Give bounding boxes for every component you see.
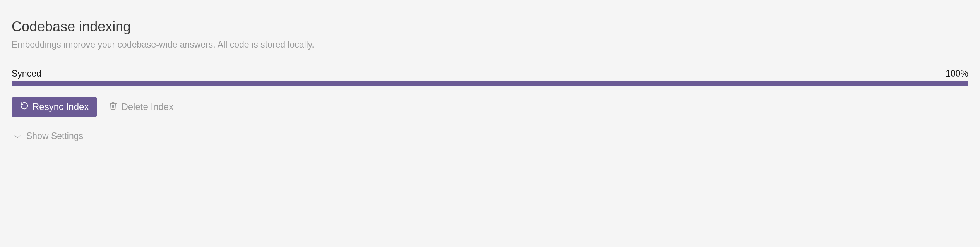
show-settings-toggle[interactable]: Show Settings <box>12 131 83 141</box>
delete-button[interactable]: Delete Index <box>109 101 173 113</box>
resync-button[interactable]: Resync Index <box>12 97 97 117</box>
actions-row: Resync Index Delete Index <box>12 97 968 117</box>
refresh-icon <box>20 101 29 112</box>
progress-bar <box>12 81 968 86</box>
resync-button-label: Resync Index <box>33 101 89 112</box>
page-subtitle: Embeddings improve your codebase-wide an… <box>12 39 968 50</box>
status-percent: 100% <box>946 69 968 79</box>
trash-icon <box>109 101 117 113</box>
show-settings-label: Show Settings <box>26 131 83 141</box>
delete-button-label: Delete Index <box>121 101 173 112</box>
chevron-down-icon <box>14 131 21 141</box>
page-title: Codebase indexing <box>12 19 968 35</box>
status-label: Synced <box>12 69 41 79</box>
status-row: Synced 100% <box>12 69 968 79</box>
